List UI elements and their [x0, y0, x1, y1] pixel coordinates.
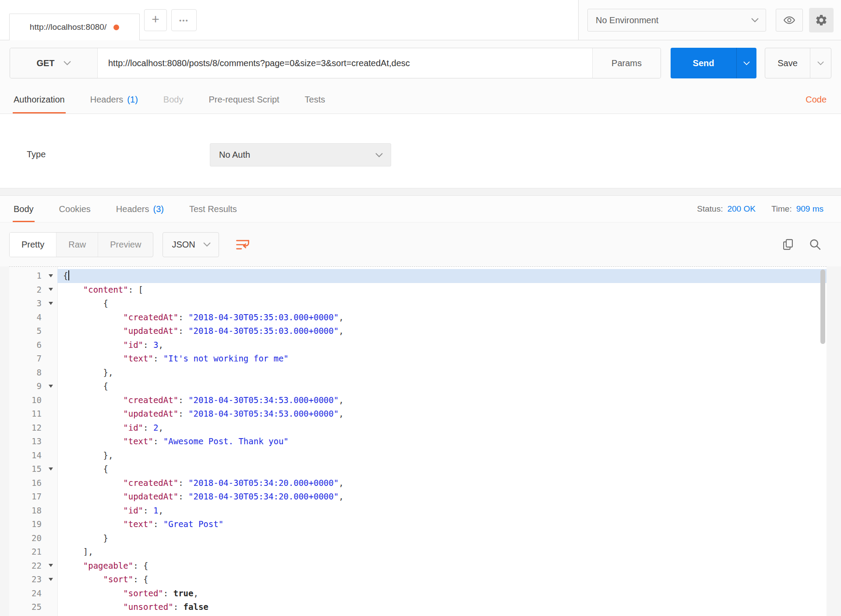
send-button[interactable]: Send: [671, 48, 736, 78]
fold-arrow-icon[interactable]: [49, 288, 53, 291]
environment-area: No Environment: [578, 0, 841, 40]
response-body-editor: 1{2 "content": [3 {4 "createdAt": "2018-…: [9, 266, 827, 616]
chevron-down-icon: [817, 61, 824, 65]
tab-label: Tests: [305, 95, 325, 105]
chevron-down-icon: [64, 61, 71, 65]
code-line: 17 "updatedAt": "2018-04-30T05:34:20.000…: [9, 490, 827, 504]
url-input[interactable]: [98, 48, 592, 78]
code-line: 21 ],: [9, 545, 827, 559]
code-line: 3 {: [9, 297, 827, 311]
search-button[interactable]: [809, 238, 821, 251]
line-number: 24: [9, 587, 57, 601]
code-line: 7 "text": "It's not working for me": [9, 352, 827, 366]
unsaved-indicator-dot: [113, 25, 119, 30]
tab-label: Headers: [90, 95, 124, 105]
code-text: {: [57, 462, 827, 476]
params-button[interactable]: Params: [592, 48, 661, 78]
line-number: 12: [9, 421, 57, 435]
auth-type-label: Type: [27, 143, 210, 159]
code-text: "pageable": {: [57, 559, 827, 573]
status-value[interactable]: 200 OK: [727, 204, 755, 214]
method-value: GET: [36, 58, 54, 68]
fold-arrow-icon[interactable]: [49, 302, 53, 305]
view-mode-raw[interactable]: Raw: [56, 233, 98, 257]
code-text: "id": 2,: [57, 421, 827, 435]
response-meta: Status: 200 OK Time: 909 ms: [697, 196, 823, 222]
wrap-text-button[interactable]: [230, 232, 255, 257]
response-section-tabs: BodyCookiesHeaders(3)Test Results Status…: [0, 196, 841, 223]
line-number: 16: [9, 476, 57, 490]
request-tab-tests[interactable]: Tests: [305, 86, 325, 113]
settings-button[interactable]: [809, 8, 834, 32]
tab-options-button[interactable]: •••: [171, 9, 197, 31]
section-divider: [0, 188, 841, 196]
view-mode-preview[interactable]: Preview: [98, 233, 153, 257]
code-lines: 1{2 "content": [3 {4 "createdAt": "2018-…: [9, 269, 827, 614]
send-split-button: Send: [671, 48, 756, 78]
fold-arrow-icon[interactable]: [49, 274, 53, 277]
tab-label: Headers: [116, 204, 149, 214]
fold-arrow-icon[interactable]: [49, 578, 53, 581]
line-number: 22: [9, 559, 57, 573]
code-text: "createdAt": "2018-04-30T05:35:03.000+00…: [57, 311, 827, 325]
line-number: 2: [9, 283, 57, 297]
new-tab-button[interactable]: +: [144, 9, 167, 31]
code-line: 16 "createdAt": "2018-04-30T05:34:20.000…: [9, 476, 827, 490]
request-tab-headers[interactable]: Headers(1): [90, 86, 138, 113]
send-options-button[interactable]: [736, 48, 756, 78]
view-mode-pretty[interactable]: Pretty: [10, 233, 56, 257]
search-icon: [809, 238, 821, 251]
fold-arrow-icon[interactable]: [49, 564, 53, 567]
fold-arrow-icon[interactable]: [49, 385, 53, 388]
fold-arrow-icon[interactable]: [49, 467, 53, 471]
request-tab-pre-request-script[interactable]: Pre-request Script: [208, 86, 279, 113]
response-tab-test-results[interactable]: Test Results: [189, 196, 237, 222]
method-select[interactable]: GET: [10, 48, 98, 78]
code-line: 10 "createdAt": "2018-04-30T05:34:53.000…: [9, 393, 827, 407]
code-line: 6 "id": 3,: [9, 338, 827, 352]
line-number: 13: [9, 435, 57, 449]
code-line: 24 "sorted": true,: [9, 587, 827, 601]
save-split-button: Save: [765, 48, 831, 78]
code-line: 8 },: [9, 366, 827, 380]
app-topbar: http://localhost:8080/ + ••• No Environm…: [0, 0, 841, 40]
code-line: 18 "id": 1,: [9, 504, 827, 518]
response-tab-headers[interactable]: Headers(3): [116, 196, 164, 222]
environment-quicklook-button[interactable]: [776, 9, 803, 32]
line-number: 14: [9, 449, 57, 463]
time-value[interactable]: 909 ms: [796, 204, 823, 214]
code-line: 11 "updatedAt": "2018-04-30T05:34:53.000…: [9, 407, 827, 421]
response-toolbar: PrettyRawPreview JSON: [0, 223, 841, 266]
request-tab[interactable]: http://localhost:8080/: [9, 14, 140, 40]
request-tab-body[interactable]: Body: [163, 86, 184, 113]
line-number: 20: [9, 531, 57, 545]
code-line: 20 }: [9, 531, 827, 545]
code-text: "text": "Great Post": [57, 517, 827, 531]
code-line: 15 {: [9, 462, 827, 476]
code-text: }: [57, 531, 827, 545]
code-line: 19 "text": "Great Post": [9, 517, 827, 531]
line-number: 8: [9, 366, 57, 380]
code-line: 14 },: [9, 449, 827, 463]
copy-button[interactable]: [782, 238, 794, 251]
code-link[interactable]: Code: [806, 95, 827, 105]
line-number: 17: [9, 490, 57, 504]
request-tab-title: http://localhost:8080/: [30, 22, 106, 32]
auth-type-select[interactable]: No Auth: [210, 143, 391, 166]
request-tab-authorization[interactable]: Authorization: [14, 86, 65, 113]
response-tab-body[interactable]: Body: [14, 196, 34, 222]
response-tab-cookies[interactable]: Cookies: [59, 196, 91, 222]
code-line: 25 "unsorted": false: [9, 600, 827, 614]
environment-select[interactable]: No Environment: [587, 9, 766, 32]
line-number: 5: [9, 324, 57, 338]
tab-label: Cookies: [59, 204, 91, 214]
text-cursor: [68, 270, 69, 280]
save-button[interactable]: Save: [765, 48, 810, 78]
line-number: 4: [9, 311, 57, 325]
language-select[interactable]: JSON: [163, 232, 219, 257]
save-options-button[interactable]: [810, 48, 831, 78]
code-text: "text": "It's not working for me": [57, 352, 827, 366]
editor-scrollbar[interactable]: [820, 269, 825, 344]
wrap-text-icon: [236, 239, 249, 251]
code-line: 22 "pageable": {: [9, 559, 827, 573]
